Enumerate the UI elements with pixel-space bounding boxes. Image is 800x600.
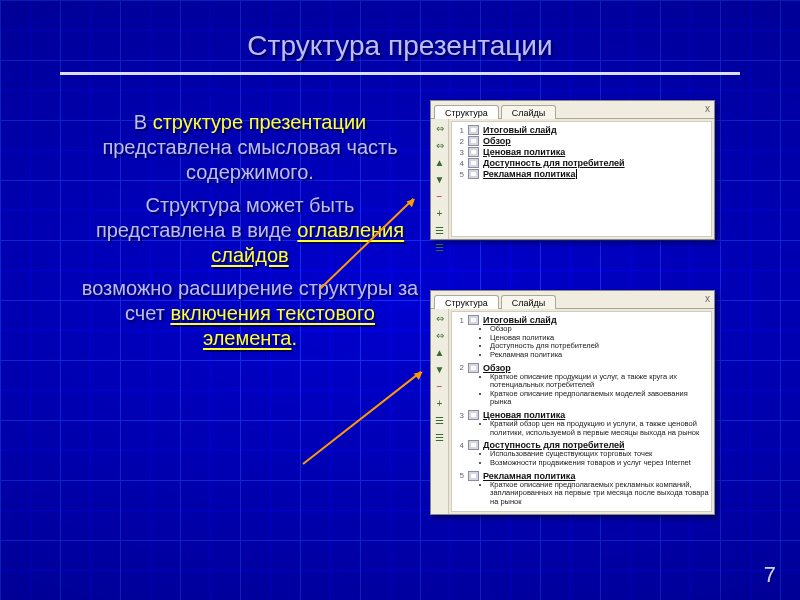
outline-title: Доступность для потребителей bbox=[483, 158, 625, 168]
outline-item[interactable]: 2Обзор bbox=[454, 362, 709, 373]
expand-icon[interactable]: + bbox=[433, 207, 447, 221]
move-down-icon[interactable]: ▼ bbox=[433, 173, 447, 187]
outline-bullets: Краткое описание предполагаемых рекламны… bbox=[482, 481, 709, 507]
p1-pre: В bbox=[134, 111, 153, 133]
outline-index: 4 bbox=[456, 441, 464, 450]
outline-bullets: Использование существующих торговых точе… bbox=[482, 450, 709, 467]
collapse-all-icon[interactable]: ☰ bbox=[433, 224, 447, 238]
outline-panel-expanded: Структура Слайды x ⇔ ⇔ ▲ ▼ − + ☰ ☰ 1Итог… bbox=[430, 290, 715, 515]
paragraph-2: Структура может быть представлена в виде… bbox=[80, 193, 420, 268]
expand-all-icon[interactable]: ☰ bbox=[433, 431, 447, 445]
outline-bullets: ОбзорЦеновая политикаДоступность для пот… bbox=[482, 325, 709, 360]
outline-item[interactable]: 3Ценовая политика bbox=[454, 146, 709, 157]
outline-index: 1 bbox=[456, 316, 464, 325]
paragraph-3: возможно расширение структуры за счет вк… bbox=[80, 276, 420, 351]
slide-icon bbox=[468, 158, 479, 168]
outline-toolbar: ⇔ ⇔ ▲ ▼ − + ☰ ☰ bbox=[431, 309, 449, 514]
outline-title: Итоговый слайд bbox=[483, 125, 557, 135]
outline-index: 5 bbox=[456, 471, 464, 480]
outline-bullet: Краткий обзор цен на продукцию и услуги,… bbox=[490, 420, 709, 437]
outline-index: 5 bbox=[456, 170, 464, 179]
expand-icon[interactable]: + bbox=[433, 397, 447, 411]
tab-structure[interactable]: Структура bbox=[434, 105, 499, 119]
outline-title: Рекламная политика bbox=[483, 169, 577, 179]
outline-item[interactable]: 4Доступность для потребителей bbox=[454, 157, 709, 168]
p1-post: представлена смысловая часть содержимого… bbox=[102, 136, 397, 183]
slide-icon bbox=[468, 363, 479, 373]
title-divider bbox=[60, 72, 740, 75]
move-down-icon[interactable]: ▼ bbox=[433, 363, 447, 377]
outline-index: 3 bbox=[456, 411, 464, 420]
close-icon[interactable]: x bbox=[705, 103, 710, 114]
demote-icon[interactable]: ⇔ bbox=[433, 329, 447, 343]
slide-icon bbox=[468, 471, 479, 481]
outline-title: Обзор bbox=[483, 136, 511, 146]
expand-all-icon[interactable]: ☰ bbox=[433, 241, 447, 255]
outline-item[interactable]: 5Рекламная политика bbox=[454, 470, 709, 481]
page-number: 7 bbox=[764, 562, 776, 588]
outline-index: 2 bbox=[456, 363, 464, 372]
outline-bullets: Краткое описание продукции и услуг, а та… bbox=[482, 373, 709, 408]
outline-index: 1 bbox=[456, 126, 464, 135]
outline-title: Обзор bbox=[483, 363, 511, 373]
outline-item[interactable]: 5Рекламная политика bbox=[454, 168, 709, 179]
slide-icon bbox=[468, 147, 479, 157]
collapse-icon[interactable]: − bbox=[433, 190, 447, 204]
move-up-icon[interactable]: ▲ bbox=[433, 156, 447, 170]
tab-row: Структура Слайды x bbox=[431, 101, 714, 119]
close-icon[interactable]: x bbox=[705, 293, 710, 304]
outline-toolbar: ⇔ ⇔ ▲ ▼ − + ☰ ☰ bbox=[431, 119, 449, 239]
collapse-all-icon[interactable]: ☰ bbox=[433, 414, 447, 428]
paragraph-1: В структуре презентации представлена смы… bbox=[80, 110, 420, 185]
outline-item[interactable]: 2Обзор bbox=[454, 135, 709, 146]
tab-slides[interactable]: Слайды bbox=[501, 105, 557, 119]
p3-post: . bbox=[291, 327, 297, 349]
outline-title: Ценовая политика bbox=[483, 147, 565, 157]
outline-content[interactable]: 1Итоговый слайд2Обзор3Ценовая политика4Д… bbox=[451, 121, 712, 237]
outline-bullet: Краткое описание предполагаемых моделей … bbox=[490, 390, 709, 407]
outline-index: 2 bbox=[456, 137, 464, 146]
slide-icon bbox=[468, 136, 479, 146]
outline-bullet: Краткое описание продукции и услуг, а та… bbox=[490, 373, 709, 390]
outline-panel-collapsed: Структура Слайды x ⇔ ⇔ ▲ ▼ − + ☰ ☰ 1Итог… bbox=[430, 100, 715, 240]
collapse-icon[interactable]: − bbox=[433, 380, 447, 394]
move-up-icon[interactable]: ▲ bbox=[433, 346, 447, 360]
outline-content[interactable]: 1Итоговый слайдОбзорЦеновая политикаДост… bbox=[451, 311, 712, 512]
slide-title: Структура презентации bbox=[0, 30, 800, 62]
outline-bullet: Рекламная политика bbox=[490, 351, 709, 360]
slide-icon bbox=[468, 440, 479, 450]
p1-highlight: структуре презентации bbox=[153, 111, 367, 133]
tab-row: Структура Слайды x bbox=[431, 291, 714, 309]
demote-icon[interactable]: ⇔ bbox=[433, 139, 447, 153]
outline-bullets: Краткий обзор цен на продукцию и услуги,… bbox=[482, 420, 709, 437]
slide-icon bbox=[468, 315, 479, 325]
slide-icon bbox=[468, 410, 479, 420]
outline-item[interactable]: 1Итоговый слайд bbox=[454, 124, 709, 135]
outline-index: 4 bbox=[456, 159, 464, 168]
slide-icon bbox=[468, 169, 479, 179]
p3-highlight: включения текстового элемента bbox=[170, 302, 375, 349]
tab-slides[interactable]: Слайды bbox=[501, 295, 557, 309]
tab-structure[interactable]: Структура bbox=[434, 295, 499, 309]
outline-index: 3 bbox=[456, 148, 464, 157]
outline-bullet: Возможности продвижения товаров и услуг … bbox=[490, 459, 709, 468]
body-text: В структуре презентации представлена смы… bbox=[80, 110, 420, 359]
outline-bullet: Краткое описание предполагаемых рекламны… bbox=[490, 481, 709, 507]
promote-icon[interactable]: ⇔ bbox=[433, 122, 447, 136]
slide-icon bbox=[468, 125, 479, 135]
promote-icon[interactable]: ⇔ bbox=[433, 312, 447, 326]
outline-title: Рекламная политика bbox=[483, 471, 575, 481]
